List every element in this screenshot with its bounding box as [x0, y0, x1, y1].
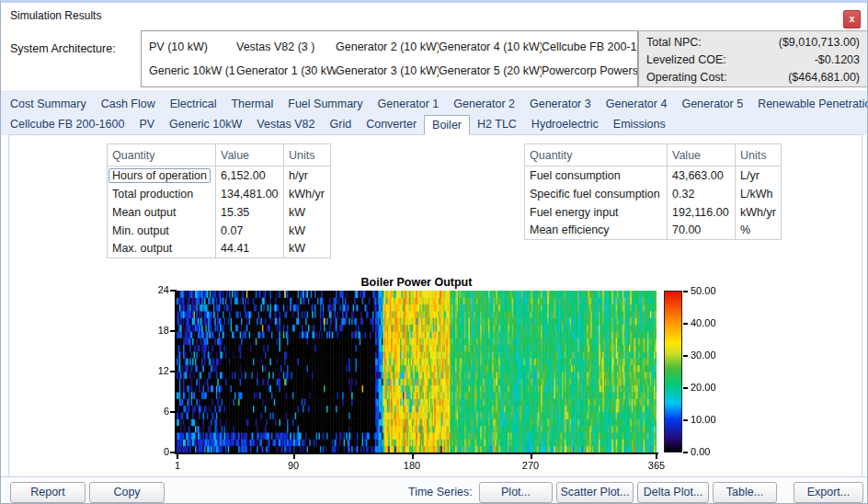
y-tick-label: 0 [149, 446, 169, 457]
table-row[interactable]: Min. output 0.07 kW [108, 222, 331, 240]
tab-converter[interactable]: Converter [359, 115, 424, 135]
results-tab-strip: Cost Summary Cash Flow Electrical Therma… [1, 91, 868, 135]
boiler-power-heatmap [177, 291, 657, 452]
tab-row-1: Cost Summary Cash Flow Electrical Therma… [3, 95, 867, 115]
x-tick-label: 90 [280, 460, 307, 471]
tab-cost-summary[interactable]: Cost Summary [3, 95, 94, 115]
time-series-label: Time Series: [408, 486, 473, 498]
x-tick [531, 454, 532, 459]
close-button[interactable]: x [843, 10, 861, 29]
plot-button[interactable]: Plot... [479, 482, 553, 503]
x-tick [412, 454, 414, 459]
architecture-item: Vestas V82 (3 ) [236, 37, 336, 57]
tab-h2-tlc[interactable]: H2 TLC [470, 115, 524, 135]
x-tick [177, 454, 178, 459]
tab-cellcube[interactable]: Cellcube FB 200-1600 [3, 115, 131, 135]
architecture-item: Generator 2 (10 kW) [336, 37, 439, 57]
y-tick-label: 12 [149, 365, 169, 376]
x-tick-label: 270 [517, 460, 544, 471]
tab-hydroelectric[interactable]: Hydroelectric [524, 115, 606, 135]
colorbar-label: 40.00 [691, 317, 716, 328]
cell-units: kWh/yr [284, 185, 331, 203]
y-tick-label: 6 [149, 406, 169, 417]
tab-generator-4[interactable]: Generator 4 [599, 95, 675, 115]
tab-thermal[interactable]: Thermal [223, 95, 280, 115]
architecture-item: Cellcube FB 200-16 [542, 37, 637, 57]
tab-generator-5[interactable]: Generator 5 [674, 95, 750, 115]
tab-electrical[interactable]: Electrical [163, 95, 224, 115]
table-row[interactable]: Specific fuel consumption 0.32 L/kWh [525, 185, 782, 203]
column-header-units[interactable]: Units [736, 144, 782, 166]
tab-cash-flow[interactable]: Cash Flow [94, 95, 163, 115]
column-header-quantity[interactable]: Quantity [525, 144, 668, 166]
colorbar-label: 10.00 [691, 414, 716, 425]
export-button[interactable]: Export... [794, 482, 863, 503]
colorbar-label: 50.00 [691, 285, 716, 296]
table-row[interactable]: Total production 134,481.00 kWh/yr [108, 185, 331, 203]
tab-grid[interactable]: Grid [323, 115, 360, 135]
cell-value: 43,663.00 [668, 166, 736, 185]
table-row[interactable]: Hours of operation 6,152.00 h/yr [108, 166, 331, 185]
table-row[interactable]: Fuel consumption 43,663.00 L/yr [525, 166, 782, 185]
tab-generator-1[interactable]: Generator 1 [371, 95, 447, 115]
boiler-results-panel: Quantity Value Units Hours of operation … [8, 134, 862, 475]
table-row[interactable]: Mean efficiency 70.00 % [525, 222, 782, 240]
cell-value: 0.32 [668, 185, 736, 203]
colorbar [664, 291, 682, 452]
copy-button[interactable]: Copy [89, 482, 165, 503]
x-tick [656, 454, 657, 459]
table-header-row: Quantity Value Units [108, 144, 331, 166]
metric-row: Total NPC: ($9,010,713.00) [646, 34, 860, 52]
colorbar-label: 0.00 [691, 446, 710, 457]
y-tick [170, 330, 175, 332]
table-row[interactable]: Max. output 44.41 kW [108, 240, 331, 258]
cell-value: 70.00 [668, 222, 736, 240]
cell-value: 134,481.00 [216, 185, 284, 203]
footer-bar: Report Copy Time Series: Plot... Scatter… [1, 477, 868, 504]
column-header-value[interactable]: Value [668, 144, 736, 166]
chart-title: Boiler Power Output [177, 276, 657, 289]
system-architecture-label: System Architecture: [10, 42, 116, 55]
cell-units: % [736, 222, 782, 240]
delta-plot-button[interactable]: Delta Plot... [637, 482, 709, 503]
y-tick [170, 290, 175, 292]
cell-value: 15.35 [216, 203, 284, 222]
tab-vestas-v82[interactable]: Vestas V82 [249, 115, 322, 135]
architecture-row: Generic 10kW (1 ) Generator 1 (30 kW) Ge… [142, 61, 637, 81]
cost-metrics-panel: Total NPC: ($9,010,713.00) Levelized COE… [638, 30, 868, 87]
table-row[interactable]: Mean output 15.35 kW [108, 203, 331, 222]
table-button[interactable]: Table... [713, 482, 777, 503]
cell-quantity: Fuel consumption [525, 166, 668, 185]
tab-generator-2[interactable]: Generator 2 [446, 95, 522, 115]
cell-quantity: Total production [108, 185, 216, 203]
tab-fuel-summary[interactable]: Fuel Summary [280, 95, 370, 115]
tab-generic-10kw[interactable]: Generic 10kW [162, 115, 249, 135]
report-button[interactable]: Report [10, 482, 86, 503]
x-tick-label: 365 [643, 460, 670, 471]
colorbar-tick [683, 452, 688, 453]
cell-quantity: Specific fuel consumption [525, 185, 668, 203]
tab-generator-3[interactable]: Generator 3 [522, 95, 599, 115]
colorbar-tick [683, 419, 688, 421]
cell-quantity: Mean efficiency [525, 222, 668, 240]
x-tick [293, 454, 295, 459]
metric-row: Operating Cost: ($464,681.00) [646, 69, 860, 86]
fuel-stats-table: Quantity Value Units Fuel consumption 43… [524, 143, 782, 240]
cell-units: kW [284, 240, 331, 258]
table-row[interactable]: Fuel energy input 192,116.00 kWh/yr [525, 203, 782, 222]
tab-emissions[interactable]: Emissions [606, 115, 673, 135]
colorbar-label: 20.00 [691, 382, 716, 393]
column-header-units[interactable]: Units [284, 144, 331, 166]
tab-boiler[interactable]: Boiler [424, 115, 470, 135]
colorbar-tick [683, 355, 688, 357]
column-header-value[interactable]: Value [216, 144, 284, 166]
cell-units: h/yr [284, 166, 331, 185]
scatter-plot-button[interactable]: Scatter Plot... [556, 482, 634, 503]
tab-pv[interactable]: PV [131, 115, 162, 135]
architecture-row: PV (10 kW) Vestas V82 (3 ) Generator 2 (… [142, 37, 637, 57]
cell-quantity: Fuel energy input [525, 203, 668, 222]
column-header-quantity[interactable]: Quantity [108, 144, 216, 166]
architecture-item: Powercorp Powerst [542, 61, 637, 81]
tab-renewable-penetration[interactable]: Renewable Penetration [750, 95, 868, 115]
architecture-item: Generator 1 (30 kW) [236, 61, 336, 81]
